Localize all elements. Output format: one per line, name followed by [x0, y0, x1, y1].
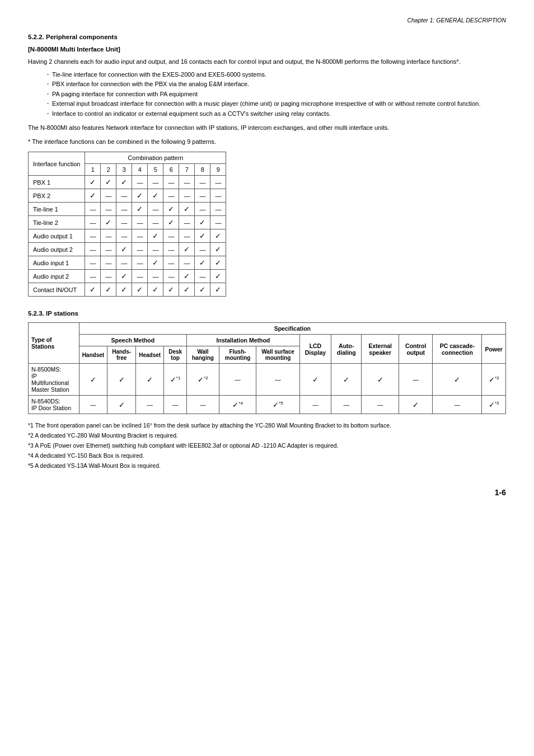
section-522-note: * The interface functions can be combine… — [28, 137, 506, 147]
footnote-ref: *2 — [204, 375, 208, 381]
table-row: PBX 1✓✓✓—————— — [29, 176, 226, 189]
table-row: Audio output 2——✓———✓—✓ — [29, 243, 226, 256]
combo-cell: ✓ — [132, 203, 148, 216]
combo-col-header: 1 — [85, 164, 101, 176]
bullet-item: PA paging interface for connection with … — [45, 90, 506, 100]
combo-cell: ✓ — [195, 256, 210, 270]
row-label: Audio input 2 — [29, 270, 85, 283]
control-output-header: Control output — [399, 335, 433, 364]
combo-cell: — — [163, 176, 179, 189]
spec-sub-header: Wall surface mounting — [256, 346, 299, 364]
spec-cell: ✓ — [136, 364, 164, 396]
combo-cell: — — [148, 270, 163, 283]
spec-cell: ✓ — [399, 396, 433, 414]
row-label: Audio output 1 — [29, 229, 85, 243]
combo-col-header: 7 — [179, 164, 195, 176]
combo-cell: ✓ — [195, 283, 210, 297]
combo-cell: — — [163, 243, 179, 256]
table-row: Contact IN/OUT✓✓✓✓✓✓✓✓✓ — [29, 283, 226, 297]
auto-dialing-header: Auto-dialing — [331, 335, 362, 364]
combo-col-header: 6 — [163, 164, 179, 176]
combo-cell: — — [116, 189, 132, 203]
spec-cell: ✓*3 — [482, 364, 506, 396]
bullet-item: Interface to control an indicator or ext… — [45, 109, 506, 119]
section-522-para2: The N-8000MI also features Network inter… — [28, 123, 506, 133]
bullet-item: PBX interface for connection with the PB… — [45, 79, 506, 90]
lcd-display-header: LCD Display — [299, 335, 331, 364]
combo-cell: ✓ — [210, 270, 226, 283]
external-speaker-header: External speaker — [362, 335, 399, 364]
combo-cell: — — [195, 270, 210, 283]
footnote-item: *1 The front operation panel can be incl… — [28, 421, 506, 431]
combo-cell: — — [195, 203, 210, 216]
spec-cell: — — [331, 396, 362, 414]
power-header: Power — [482, 335, 506, 364]
combo-cell: — — [132, 229, 148, 243]
spec-table: Type of Stations Specification Speech Me… — [28, 322, 506, 414]
spec-cell: — — [187, 396, 219, 414]
combo-cell: — — [85, 256, 101, 270]
spec-cell: ✓ — [362, 364, 399, 396]
combo-cell: — — [195, 176, 210, 189]
spec-cell: — — [219, 364, 256, 396]
spec-cell: — — [299, 396, 331, 414]
combo-cell: — — [210, 189, 226, 203]
section-523: 5.2.3. IP stations — [28, 310, 506, 317]
combo-cell: — — [163, 270, 179, 283]
combo-cell: ✓ — [116, 176, 132, 189]
combo-col-header: 9 — [210, 164, 226, 176]
spec-sub-header: Wall hanging — [187, 346, 219, 364]
station-label: N-8540DS: IP Door Station — [29, 396, 79, 414]
spec-sub-header: Headset — [136, 346, 164, 364]
combo-cell: — — [85, 229, 101, 243]
combo-cell: — — [179, 256, 195, 270]
combo-cell: ✓ — [85, 283, 101, 297]
combo-cell: ✓ — [210, 243, 226, 256]
spec-cell: ✓*3 — [482, 396, 506, 414]
combo-cell: ✓ — [148, 229, 163, 243]
combo-cell: — — [116, 256, 132, 270]
combo-cell: — — [101, 203, 116, 216]
combo-cell: ✓ — [116, 270, 132, 283]
section-522-title: 5.2.2. Peripheral components — [28, 34, 506, 40]
footnote-item: *5 A dedicated YS-13A Wall-Mount Box is … — [28, 461, 506, 471]
combo-cell: — — [148, 243, 163, 256]
combo-cell: ✓ — [116, 283, 132, 297]
footnote-ref: *4 — [238, 401, 243, 406]
combo-cell: — — [101, 189, 116, 203]
row-label: Tie-line 1 — [29, 203, 85, 216]
combo-cell: — — [132, 216, 148, 229]
row-label: PBX 1 — [29, 176, 85, 189]
spec-cell: — — [362, 396, 399, 414]
interface-function-header: Interface function — [29, 152, 85, 176]
speech-method-header: Speech Method — [79, 335, 187, 346]
footnote-item: *3 A PoE (Power over Ethernet) switching… — [28, 441, 506, 451]
spec-cell: ✓ — [331, 364, 362, 396]
footnotes: *1 The front operation panel can be incl… — [28, 421, 506, 471]
spec-cell: ✓ — [299, 364, 331, 396]
combo-cell: ✓ — [163, 283, 179, 297]
spec-cell: ✓ — [433, 364, 482, 396]
combo-col-header: 2 — [101, 164, 116, 176]
spec-cell: — — [164, 396, 187, 414]
specification-header: Specification — [79, 323, 505, 335]
combo-cell: — — [101, 270, 116, 283]
combo-cell: — — [101, 243, 116, 256]
section-523-title: 5.2.3. IP stations — [28, 310, 506, 317]
spec-sub-header: Flush-mounting — [219, 346, 256, 364]
combo-col-header: 3 — [116, 164, 132, 176]
combo-col-header: 5 — [148, 164, 163, 176]
section-522: 5.2.2. Peripheral components [N-8000MI M… — [28, 34, 506, 146]
combo-cell: — — [179, 229, 195, 243]
combo-cell: ✓ — [195, 229, 210, 243]
station-label: N-8500MS: IP Multifunctional Master Stat… — [29, 364, 79, 396]
footnote-ref: *1 — [176, 375, 181, 381]
combo-cell: ✓ — [148, 256, 163, 270]
combo-cell: — — [132, 256, 148, 270]
combo-cell: — — [179, 189, 195, 203]
section-522-intro: Having 2 channels each for audio input a… — [28, 57, 506, 67]
footnote-item: *4 A dedicated YC-150 Back Box is requir… — [28, 451, 506, 461]
combo-cell: — — [116, 216, 132, 229]
footnote-ref: *5 — [279, 401, 283, 406]
combo-cell: — — [195, 243, 210, 256]
